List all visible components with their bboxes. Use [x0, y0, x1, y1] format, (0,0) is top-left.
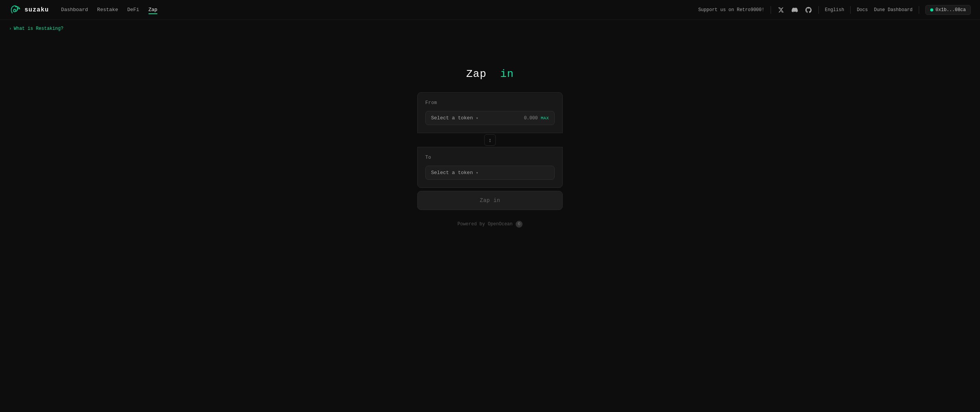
from-balance-value: 0.000	[524, 116, 538, 121]
page-title-static: Zap	[466, 68, 487, 80]
nav-zap[interactable]: Zap	[149, 5, 157, 14]
twitter-icon[interactable]	[777, 6, 785, 14]
powered-by-text: Powered by OpenOcean	[457, 221, 513, 227]
powered-by: Powered by OpenOcean ©	[417, 221, 563, 228]
swap-direction-button[interactable]: ↕	[484, 134, 496, 146]
main-content: Zap in From Select a token ▾ 0.000 MAX ↕	[0, 37, 980, 228]
logo[interactable]: suzaku	[9, 4, 49, 16]
from-token-selector[interactable]: Select a token ▾	[431, 115, 478, 121]
page-title: Zap in	[466, 68, 514, 80]
to-token-row: Select a token ▾	[425, 166, 555, 180]
nav-divider-2	[818, 6, 819, 14]
support-text: Support us on Retro9000!	[698, 7, 764, 13]
nav-dashboard[interactable]: Dashboard	[61, 5, 88, 14]
wallet-address-btn[interactable]: 0x1b...08ca	[925, 5, 971, 15]
github-icon[interactable]	[805, 6, 812, 14]
from-token-chevron-icon: ▾	[476, 116, 478, 121]
openocean-logo-icon: ©	[516, 221, 523, 228]
max-button[interactable]: MAX	[541, 116, 549, 121]
page-title-highlight: in	[500, 68, 514, 80]
nav-links: Dashboard Restake DeFi Zap	[61, 5, 157, 14]
zap-card: From Select a token ▾ 0.000 MAX ↕ To	[417, 92, 563, 228]
navbar: suzaku Dashboard Restake DeFi Zap Suppor…	[0, 0, 980, 20]
from-token-placeholder: Select a token	[431, 115, 473, 121]
brand-name: suzaku	[24, 7, 49, 13]
breadcrumb-area: › What is Restaking?	[0, 20, 980, 37]
to-token-chevron-icon: ▾	[476, 171, 478, 175]
navbar-right: Support us on Retro9000! English Docs Du…	[698, 5, 971, 15]
swap-arrows-icon: ↕	[489, 137, 492, 143]
language-selector[interactable]: English	[825, 7, 844, 13]
breadcrumb-chevron-icon: ›	[9, 27, 11, 31]
wallet-status-dot	[930, 8, 933, 11]
swap-arrow-container: ↕	[417, 133, 563, 147]
to-label: To	[425, 155, 555, 160]
nav-divider-4	[919, 6, 919, 14]
to-section: To Select a token ▾	[417, 147, 563, 188]
navbar-left: suzaku Dashboard Restake DeFi Zap	[9, 4, 157, 16]
dune-dashboard-link[interactable]: Dune Dashboard	[874, 7, 913, 13]
nav-defi[interactable]: DeFi	[127, 5, 139, 14]
docs-link[interactable]: Docs	[857, 7, 868, 13]
zap-in-button[interactable]: Zap in	[417, 191, 563, 210]
svg-point-0	[16, 6, 17, 7]
from-token-row: Select a token ▾ 0.000 MAX	[425, 111, 555, 125]
wallet-address-text: 0x1b...08ca	[936, 7, 966, 13]
nav-divider-1	[771, 6, 771, 14]
nav-divider-3	[850, 6, 851, 14]
from-section: From Select a token ▾ 0.000 MAX	[417, 92, 563, 133]
discord-icon[interactable]	[791, 6, 799, 14]
logo-icon	[9, 4, 21, 16]
breadcrumb-link[interactable]: › What is Restaking?	[9, 26, 971, 31]
to-token-placeholder: Select a token	[431, 170, 473, 176]
to-token-selector[interactable]: Select a token ▾	[431, 170, 478, 176]
from-balance-area: 0.000 MAX	[524, 116, 549, 121]
breadcrumb-text: What is Restaking?	[14, 26, 64, 31]
from-label: From	[425, 100, 555, 106]
nav-restake[interactable]: Restake	[97, 5, 118, 14]
